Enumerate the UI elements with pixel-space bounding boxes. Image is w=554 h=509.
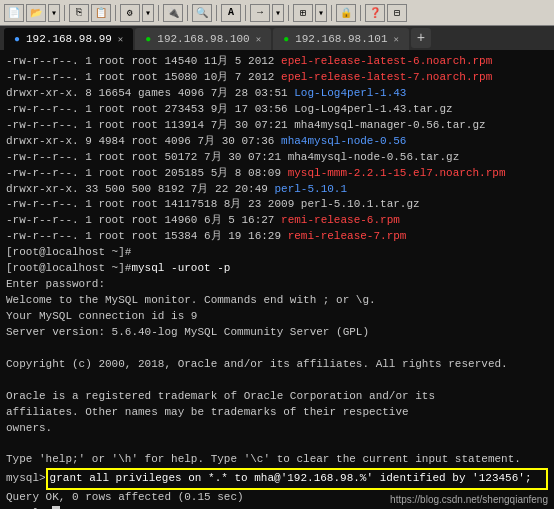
prompt-1: [root@localhost ~]# [6, 245, 131, 261]
terminal: -rw-r--r--. 1 root root 14540 11月 5 2012… [0, 50, 554, 509]
file-line-4: -rw-r--r--. 1 root root 273453 9月 17 03:… [6, 102, 548, 118]
oracle-line-3: owners. [6, 421, 548, 437]
minimize-icon[interactable]: ⊟ [387, 4, 407, 22]
server-version: Server version: 5.6.40-log MySQL Communi… [6, 325, 548, 341]
sep7 [288, 5, 289, 21]
settings-icon[interactable]: ⚙ [120, 4, 140, 22]
sep3 [158, 5, 159, 21]
grid-dropdown[interactable]: ▾ [315, 4, 327, 22]
toolbar: 📄 📂 ▾ ⎘ 📋 ⚙ ▾ 🔌 🔍 A → ▾ ⊞ ▾ 🔒 ❓ ⊟ [0, 0, 554, 26]
sep2 [115, 5, 116, 21]
tab-3-dot: ● [283, 34, 289, 45]
cmd-2-text: mysql -uroot -p [131, 261, 230, 277]
sep4 [187, 5, 188, 21]
file-line-3: drwxr-xr-x. 8 16654 games 4096 7月 28 03:… [6, 86, 548, 102]
tab-1-close[interactable]: ✕ [118, 34, 123, 45]
sep1 [64, 5, 65, 21]
file-line-1: -rw-r--r--. 1 root root 14540 11月 5 2012… [6, 54, 548, 70]
help-line: Type 'help;' or '\h' for help. Type '\c'… [6, 452, 548, 468]
file-line-10: -rw-r--r--. 1 root root 14117518 8月 23 2… [6, 197, 548, 213]
sep9 [360, 5, 361, 21]
tab-2-dot: ● [145, 34, 151, 45]
file-line-8: -rw-r--r--. 1 root root 205185 5月 8 08:0… [6, 166, 548, 182]
file-line-9: drwxr-xr-x. 33 500 500 8192 7月 22 20:49 … [6, 182, 548, 198]
copyright-line: Copyright (c) 2000, 2018, Oracle and/or … [6, 357, 548, 373]
welcome-line: Welcome to the MySQL monitor. Commands e… [6, 293, 548, 309]
tab-2-label: 192.168.98.100 [157, 33, 249, 45]
transfer-dropdown[interactable]: ▾ [272, 4, 284, 22]
file-line-5: -rw-r--r--. 1 root root 113914 7月 30 07:… [6, 118, 548, 134]
file-dropdown[interactable]: ▾ [48, 4, 60, 22]
oracle-line-1: Oracle is a registered trademark of Orac… [6, 389, 548, 405]
prompt-2: [root@localhost ~]# [6, 261, 131, 277]
search-icon[interactable]: 🔍 [192, 4, 212, 22]
mysql-intro: Enter password: Welcome to the MySQL mon… [6, 277, 548, 468]
enter-password: Enter password: [6, 277, 548, 293]
copy-icon[interactable]: ⎘ [69, 4, 89, 22]
tab-3-label: 192.168.98.101 [295, 33, 387, 45]
tab-3[interactable]: ● 192.168.98.101 ✕ [273, 28, 409, 50]
terminal-content: -rw-r--r--. 1 root root 14540 11月 5 2012… [6, 54, 548, 509]
connect-icon[interactable]: 🔌 [163, 4, 183, 22]
tab-1-label: 192.168.98.99 [26, 33, 112, 45]
sep8 [331, 5, 332, 21]
sep6 [245, 5, 246, 21]
open-icon[interactable]: 📂 [26, 4, 46, 22]
blank-1 [6, 341, 548, 357]
file-line-12: -rw-r--r--. 1 root root 15384 6月 19 16:2… [6, 229, 548, 245]
tab-1-dot: ● [14, 34, 20, 45]
file-line-6: drwxr-xr-x. 9 4984 root 4096 7月 30 07:36… [6, 134, 548, 150]
font-icon[interactable]: A [221, 4, 241, 22]
transfer-icon[interactable]: → [250, 4, 270, 22]
cmd-line-1: [root@localhost ~]# [6, 245, 548, 261]
lock-icon[interactable]: 🔒 [336, 4, 356, 22]
mysql-input-line: mysql> grant all privileges on *.* to mh… [6, 468, 548, 490]
blank-2 [6, 373, 548, 389]
settings-dropdown[interactable]: ▾ [142, 4, 154, 22]
mysql-command-input[interactable]: grant all privileges on *.* to mha@'192.… [46, 468, 548, 490]
tab-3-close[interactable]: ✕ [394, 34, 399, 45]
blank-3 [6, 437, 548, 453]
watermark: https://blog.csdn.net/shengqianfeng [390, 494, 548, 505]
tab-1[interactable]: ● 192.168.98.99 ✕ [4, 28, 133, 50]
cmd-line-2: [root@localhost ~]# mysql -uroot -p [6, 261, 548, 277]
help-icon[interactable]: ❓ [365, 4, 385, 22]
tab-2[interactable]: ● 192.168.98.100 ✕ [135, 28, 271, 50]
file-line-2: -rw-r--r--. 1 root root 15080 10月 7 2012… [6, 70, 548, 86]
oracle-line-2: affiliates. Other names may be trademark… [6, 405, 548, 421]
file-line-7: -rw-r--r--. 1 root root 50172 7月 30 07:2… [6, 150, 548, 166]
tab-bar: ● 192.168.98.99 ✕ ● 192.168.98.100 ✕ ● 1… [0, 26, 554, 50]
new-icon[interactable]: 📄 [4, 4, 24, 22]
tab-2-close[interactable]: ✕ [256, 34, 261, 45]
sep5 [216, 5, 217, 21]
new-tab-button[interactable]: + [411, 28, 431, 48]
connection-id: Your MySQL connection id is 9 [6, 309, 548, 325]
paste-icon[interactable]: 📋 [91, 4, 111, 22]
file-listing: -rw-r--r--. 1 root root 14540 11月 5 2012… [6, 54, 548, 245]
grid-icon[interactable]: ⊞ [293, 4, 313, 22]
file-line-11: -rw-r--r--. 1 root root 14960 6月 5 16:27… [6, 213, 548, 229]
mysql-prompt-1: mysql> [6, 471, 46, 487]
